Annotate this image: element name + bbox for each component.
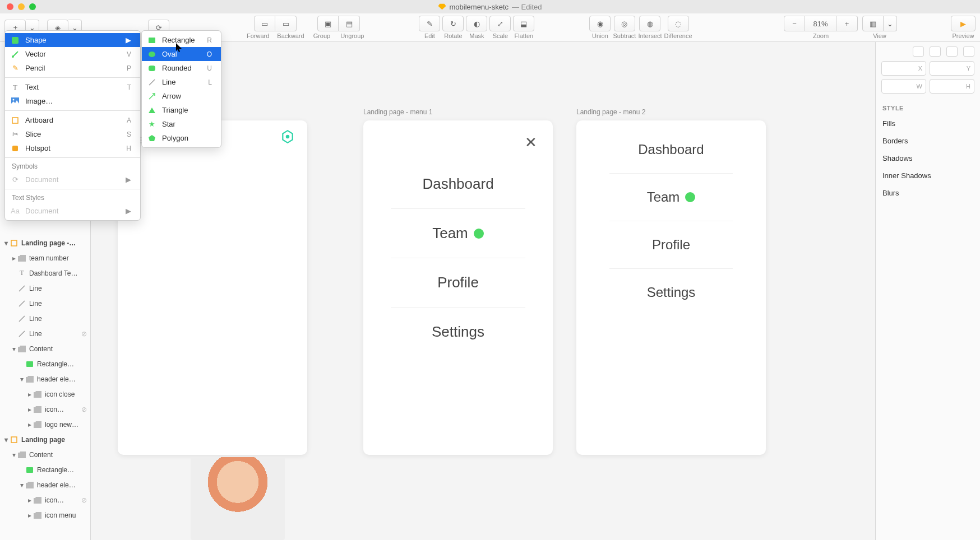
backward-label: Backward [277, 32, 304, 39]
artboard-menu-1[interactable]: Landing page - menu 1 ✕ Dashboard Team P… [363, 120, 553, 455]
layer-row[interactable]: Line [0, 281, 90, 296]
shape-icon [11, 36, 20, 45]
disclosure-icon[interactable]: ▸ [11, 254, 17, 262]
layer-row[interactable]: ▸icon menu [0, 508, 90, 523]
menu-entry: Settings [391, 323, 525, 356]
forward-button[interactable]: ▭ [254, 16, 275, 31]
zoom-value[interactable]: 81% [805, 16, 836, 31]
w-field[interactable]: W [881, 79, 926, 94]
submenu-item-star[interactable]: ★Star [142, 117, 221, 131]
artboard-menu-2[interactable]: Landing page - menu 2 Dashboard Team Pro… [576, 120, 766, 455]
inspector-section-shadows[interactable]: Shadows [876, 150, 980, 167]
layer-row[interactable]: ▸team number [0, 250, 90, 266]
y-field[interactable]: Y [930, 61, 974, 76]
submenu-item-line[interactable]: LineL [142, 75, 221, 89]
chevron-right-icon: ▶ [126, 207, 131, 215]
disclosure-icon[interactable]: ▸ [27, 496, 33, 504]
mask-button[interactable]: ◐ [466, 16, 487, 31]
align-button[interactable] [946, 46, 958, 57]
edit-button[interactable]: ✎ [419, 16, 440, 31]
svg-rect-0 [11, 240, 17, 246]
inspector-section-fills[interactable]: Fills [876, 115, 980, 132]
hidden-icon[interactable]: ⊘ [81, 330, 87, 338]
layer-row[interactable]: ▾header ele… [0, 477, 90, 492]
menu-item-text[interactable]: TTextT [5, 80, 140, 94]
fullscreen-window-button[interactable] [29, 3, 36, 10]
disclosure-icon[interactable]: ▾ [19, 481, 25, 489]
subtract-button[interactable]: ◎ [614, 16, 635, 31]
flatten-icon: ⬓ [520, 20, 527, 28]
layer-row[interactable]: TDashboard Te… [0, 266, 90, 281]
menu-separator [5, 157, 140, 158]
disclosure-icon[interactable]: ▸ [27, 390, 33, 398]
intersect-button[interactable]: ◍ [639, 16, 660, 31]
group-button[interactable]: ▣ [317, 16, 339, 31]
layer-row[interactable]: ▸icon close [0, 387, 90, 402]
disclosure-icon[interactable]: ▾ [19, 375, 25, 383]
x-field[interactable]: X [881, 61, 926, 76]
layer-row[interactable]: ▾header ele… [0, 371, 90, 387]
forward-icon: ▭ [261, 20, 268, 28]
disclosure-icon[interactable]: ▸ [27, 421, 33, 429]
zoom-out-button[interactable]: − [784, 16, 805, 31]
submenu-item-triangle[interactable]: Triangle [142, 103, 221, 117]
zoom-in-button[interactable]: + [836, 16, 858, 31]
scale-button[interactable]: ⤢ [489, 16, 511, 31]
zoom-percent: 81% [813, 20, 828, 28]
disclosure-icon[interactable]: ▸ [27, 406, 33, 413]
rotate-button[interactable]: ↻ [442, 16, 464, 31]
layer-row[interactable]: ▾Content [0, 341, 90, 356]
submenu-item-arrow[interactable]: Arrow [142, 89, 221, 103]
layer-row[interactable]: ▸logo new… [0, 417, 90, 432]
layer-row[interactable]: Rectangle… [0, 356, 90, 371]
ungroup-button[interactable]: ▤ [339, 16, 360, 31]
flatten-button[interactable]: ⬓ [513, 16, 534, 31]
menu-item-symbols-document: ⟳Document▶ [5, 173, 140, 187]
align-button[interactable] [963, 46, 974, 57]
chevron-right-icon: ▶ [126, 36, 131, 44]
align-button[interactable] [913, 46, 924, 57]
artboard-landing-page[interactable]: ≡ [118, 120, 307, 455]
disclosure-icon[interactable]: ▾ [11, 345, 17, 353]
submenu-item-polygon[interactable]: Polygon [142, 131, 221, 145]
layer-row[interactable]: Line [0, 296, 90, 311]
layer-row[interactable]: Rectangle… [0, 462, 90, 477]
layer-name: Content [29, 451, 53, 459]
menu-item-vector[interactable]: VectorV [5, 47, 140, 61]
menu-item-pencil[interactable]: ✎PencilP [5, 61, 140, 75]
h-field[interactable]: H [930, 79, 974, 94]
inspector-section-inner-shadows[interactable]: Inner Shadows [876, 167, 980, 184]
difference-button[interactable]: ◌ [668, 16, 689, 31]
layer-row[interactable]: ▾Landing page [0, 432, 90, 447]
layer-row[interactable]: ▸icon…⊘ [0, 402, 90, 417]
close-window-button[interactable] [7, 3, 13, 10]
minimize-window-button[interactable] [18, 3, 25, 10]
inspector-section-borders[interactable]: Borders [876, 132, 980, 150]
preview-button[interactable]: ▶ [951, 16, 976, 31]
union-button[interactable]: ◉ [589, 16, 611, 31]
view-dropdown[interactable]: ⌄ [884, 16, 897, 31]
disclosure-icon[interactable]: ▾ [3, 436, 9, 444]
layer-row[interactable]: Line⊘ [0, 326, 90, 341]
align-button[interactable] [930, 46, 941, 57]
submenu-item-rounded[interactable]: RoundedU [142, 61, 221, 75]
layer-row[interactable]: ▾Content [0, 447, 90, 462]
hidden-icon[interactable]: ⊘ [81, 406, 87, 413]
menu-item-image-[interactable]: Image… [5, 94, 140, 108]
layer-row[interactable]: Line [0, 311, 90, 326]
menu-item-slice[interactable]: ✂SliceS [5, 127, 140, 141]
backward-button[interactable]: ▭ [275, 16, 297, 31]
hidden-icon[interactable]: ⊘ [81, 496, 87, 504]
view-button[interactable]: ▥ [862, 16, 884, 31]
insert-menu[interactable]: Shape▶VectorV✎PencilPTTextTImage…Artboar… [4, 30, 141, 221]
layer-row[interactable]: ▸icon…⊘ [0, 492, 90, 508]
disclosure-icon[interactable]: ▸ [27, 511, 33, 519]
menu-item-artboard[interactable]: ArtboardA [5, 113, 140, 127]
layer-row[interactable]: ▾Landing page -… [0, 235, 90, 250]
menu-item-shape[interactable]: Shape▶ [5, 33, 140, 47]
disclosure-icon[interactable]: ▾ [11, 451, 17, 459]
inspector-section-blurs[interactable]: Blurs [876, 184, 980, 202]
disclosure-icon[interactable]: ▾ [3, 239, 9, 247]
menu-entry-label: Team [647, 189, 680, 205]
menu-item-hotspot[interactable]: HotspotH [5, 141, 140, 155]
